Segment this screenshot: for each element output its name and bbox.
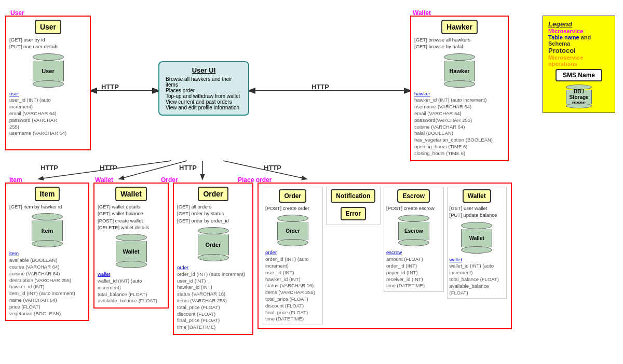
legend-sms-box: SMS Name [556,69,602,81]
user-ui-box: User UI Browse all hawkers and their ite… [158,61,249,116]
item-ms-box: Item [GET] item by hawker id Item item a… [5,183,89,321]
legend-box: Legend Microservice Table name andSchema… [543,16,615,113]
order-ms-box: Order [GET] all orders[GET] order by sta… [173,183,253,335]
hawker-ms-box: Hawker [GET] browse all hawkers[GET] bro… [410,16,509,161]
order-svc-header: Order [198,187,228,201]
wallet-svc-header: Wallet [115,187,147,201]
user-ops: [GET] user by id[PUT] one user details [9,36,87,50]
http-label-wallet: HTTP [100,164,117,172]
user-schema: user user_id (INT) (autoincrement) email… [9,91,87,137]
legend-ops: Microserviceoperations [548,54,610,67]
wallet-ms-box: Wallet [GET] wallet details[GET] wallet … [93,183,169,309]
wallet-schema: wallet wallet_id (INT) (auto increment) … [98,271,165,304]
escrow-schema: escrow amount (FLOAT) order_id (INT) pay… [386,249,441,289]
order-schema: order order_id (INT) (auto increment) us… [177,264,249,331]
user-ui-ops: Browse all hawkers and their items Place… [166,76,242,110]
http-label-item: HTTP [40,164,58,172]
hawker-db: Hawker [414,53,505,88]
user-svc-header: User [35,20,61,34]
http-label-order: HTTP [179,164,197,172]
wallet-db: Wallet [98,234,165,268]
placeorder-order-schema: order order_id (INT) (auto increment) us… [265,249,320,323]
legend-protocol: Protocol [548,47,610,54]
placeorder-order-header: Order [279,189,306,203]
escrow-db: Escrow [386,215,441,246]
notification-header: Notification [331,189,375,203]
wallet-ops: [GET] wallet details[GET] wallet balance… [98,203,165,231]
user-ui-title: User UI [166,66,242,74]
placeorder-wallet-schema: wallet wallet_id (INT) (auto increment) … [450,257,505,297]
user-db: User [9,53,87,88]
item-db: Item [9,213,85,247]
legend-table: Table name andSchema [548,34,610,47]
legend-title: Legend [548,20,610,28]
escrow-ops: [POST] create escrow [386,205,441,212]
hawker-svc-header: Hawker [441,20,478,34]
placeorder-ms-box: Order [POST] create order Order order or… [258,183,512,329]
placeorder-wallet-db: Wallet [450,222,505,254]
item-ops: [GET] item by hawker id [9,203,85,210]
hawker-ops: [GET] browse all hawkers[GET] browse by … [414,36,505,50]
placeorder-wallet-header: Wallet [463,189,491,203]
legend-db: DB /Storagename [548,85,610,108]
http-label-placeorder: HTTP [264,164,281,172]
http-label-user-ui: HTTP [101,83,119,91]
http-label-ui-hawker: HTTP [312,83,329,91]
hawker-schema: hawker hawker_id (INT) (auto increment) … [414,91,505,157]
error-header: Error [341,207,366,220]
placeorder-order-ops: [POST] create order [265,205,320,212]
legend-microservice: Microservice [548,28,610,34]
escrow-header: Escrow [397,189,430,203]
order-ops: [GET] all orders[GET] order by status[GE… [177,203,249,224]
user-ms-box: User [GET] user by id[PUT] one user deta… [5,16,91,150]
placeorder-order-db: Order [265,215,320,246]
item-svc-header: Item [35,187,60,201]
placeorder-wallet-ops: [GET] user wallet[PUT] update balance [450,205,505,219]
order-db: Order [177,227,249,261]
item-schema: item available (BOOLEAN) course (VARCHAR… [9,250,85,317]
